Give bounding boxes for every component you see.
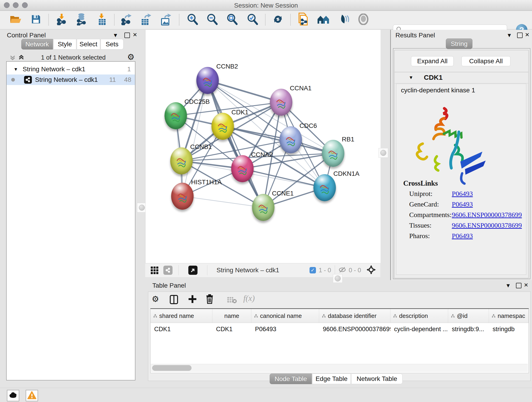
network-node-ccna1[interactable] [270, 89, 292, 116]
export-image-button[interactable] [159, 13, 172, 26]
network-canvas[interactable]: CCNB2CCNA1CDC25BCDK1CDC6RB1CCNB1CCNA2CDK… [145, 30, 380, 263]
network-row-selected[interactable]: String Network – cdk1 11 48 [7, 75, 135, 85]
close-panel-icon[interactable]: ✕ [133, 32, 137, 38]
zoom-fit-button[interactable] [225, 13, 239, 26]
show-columns-icon[interactable] [170, 295, 178, 305]
homes-button[interactable] [317, 13, 330, 26]
zoom-in-button[interactable] [186, 13, 199, 26]
close-panel-icon[interactable]: ✕ [525, 32, 530, 38]
network-node-cdkn1a[interactable] [313, 174, 336, 201]
network-node-cdk1[interactable] [211, 113, 234, 140]
column-header-shared-name[interactable]: shared name [151, 309, 212, 323]
crosslink-link[interactable]: P06493 [452, 232, 473, 240]
birds-eye-grid-icon[interactable] [151, 267, 158, 274]
open-in-window-icon[interactable] [188, 266, 197, 275]
network-node-cdc6[interactable] [279, 126, 302, 153]
tab-edge-table[interactable]: Edge Table [312, 374, 351, 384]
presentation-button[interactable] [357, 13, 370, 26]
table-cell[interactable]: cyclin-dependent ... [390, 323, 448, 335]
network-node-ccnb1[interactable] [170, 147, 193, 174]
tab-style[interactable]: Style [53, 39, 76, 50]
column-header-name[interactable]: name [212, 309, 251, 323]
network-collection-row[interactable]: ▼ String Network – cdk1 1 [7, 64, 135, 75]
collapse-panel-icon[interactable]: ▼ [505, 282, 511, 289]
column-header-description[interactable]: description [390, 309, 448, 323]
network-node-ccna2[interactable] [231, 155, 254, 182]
tab-network-table[interactable]: Network Table [351, 374, 403, 384]
export-table-button[interactable] [139, 13, 152, 26]
hide-show-button[interactable] [337, 13, 350, 26]
crosslink-link[interactable]: P06493 [452, 200, 473, 208]
gene-section-header[interactable]: ▼ CDK1 [394, 72, 528, 83]
refresh-layout-button[interactable] [271, 13, 285, 26]
warning-status-button[interactable] [26, 390, 38, 401]
collection-expander-icon[interactable]: ▼ [13, 67, 18, 72]
import-network-database-button[interactable] [75, 13, 88, 26]
protein-structure-image [405, 99, 497, 191]
import-table-icon [97, 13, 108, 26]
table-panel-title: Table Panel [152, 282, 186, 289]
table-cell[interactable]: 9606.ENSP00000378699 [319, 323, 390, 335]
table-cell[interactable]: stringdb [489, 323, 529, 335]
results-panel-title: Results Panel [395, 32, 435, 39]
network-options-gear-icon[interactable]: ⚙ [127, 52, 134, 62]
table-cell[interactable]: CDK1 [151, 323, 212, 335]
string-style-icon[interactable] [163, 266, 172, 275]
float-panel-icon[interactable] [124, 32, 130, 38]
table-cell[interactable]: P06493 [251, 323, 319, 335]
column-header--id[interactable]: @id [448, 309, 489, 323]
network-node-cdc25b[interactable] [165, 102, 187, 129]
crosslink-link[interactable]: 9606.ENSP00000378699 [452, 221, 522, 229]
tab-select[interactable]: Select [77, 39, 100, 50]
right-splitter-handle[interactable] [379, 148, 388, 158]
gray-ball-icon [358, 13, 369, 26]
tab-string[interactable]: String [446, 38, 472, 49]
tab-sets[interactable]: Sets [101, 39, 123, 50]
delete-column-trash-icon[interactable] [205, 294, 214, 305]
tab-network[interactable]: Network [21, 39, 53, 50]
scrollbar-thumb[interactable] [152, 365, 191, 371]
column-header-database-identifier[interactable]: database identifier [319, 309, 390, 323]
open-session-button[interactable] [9, 13, 22, 26]
table-cell[interactable]: stringdb:9... [448, 323, 489, 335]
network-node-ccnb2[interactable] [196, 67, 219, 94]
close-panel-icon[interactable]: ✕ [524, 282, 528, 288]
float-panel-icon[interactable] [517, 32, 523, 38]
cloud-icon [9, 392, 17, 399]
zoom-fit-icon [226, 13, 238, 26]
copy-network-button[interactable] [297, 13, 310, 26]
create-column-icon[interactable] [188, 294, 197, 305]
collapse-all-button[interactable]: Collapse All [462, 56, 510, 66]
collapse-panel-icon[interactable]: ▼ [507, 32, 512, 38]
zoom-selected-button[interactable] [246, 13, 259, 26]
column-header-canonical-name[interactable]: canonical name [251, 309, 319, 323]
crosslink-link[interactable]: P06493 [452, 190, 473, 198]
import-network-file-button[interactable] [55, 13, 69, 26]
selected-checkbox-icon[interactable]: ✓ [310, 267, 316, 274]
section-expander-icon[interactable]: ▼ [409, 75, 413, 80]
zoom-out-button[interactable] [206, 13, 219, 26]
gene-details: cyclin-dependent kinase 1 [396, 84, 526, 275]
table-row[interactable]: CDK1CDK1P064939606.ENSP00000378699cyclin… [151, 323, 529, 335]
network-node-hist1h1a[interactable] [171, 183, 194, 210]
node-label-ccnb2: CCNB2 [216, 63, 238, 70]
save-session-button[interactable] [29, 13, 43, 26]
collapse-panel-icon[interactable]: ▼ [113, 32, 118, 38]
network-node-ccne1[interactable] [252, 194, 274, 221]
float-panel-icon[interactable] [516, 283, 521, 288]
export-network-button[interactable] [120, 13, 133, 26]
netbar-separator [335, 265, 335, 275]
import-network-icon [56, 13, 68, 26]
crosslink-link[interactable]: 9606.ENSP00000378699 [452, 211, 522, 219]
expand-all-button[interactable]: Expand All [411, 56, 454, 66]
navigator-crosshair-icon[interactable] [366, 265, 376, 276]
cloud-status-button[interactable] [7, 390, 19, 401]
network-node-rb1[interactable] [322, 140, 344, 167]
import-table-button[interactable] [95, 13, 109, 26]
table-options-gear-icon[interactable]: ⚙ [152, 294, 159, 304]
main-toolbar: ? [0, 11, 532, 29]
tab-node-table[interactable]: Node Table [270, 374, 312, 384]
document-network-icon [297, 13, 309, 27]
column-header-namespac[interactable]: namespac [489, 309, 529, 323]
table-cell[interactable]: CDK1 [212, 323, 251, 335]
